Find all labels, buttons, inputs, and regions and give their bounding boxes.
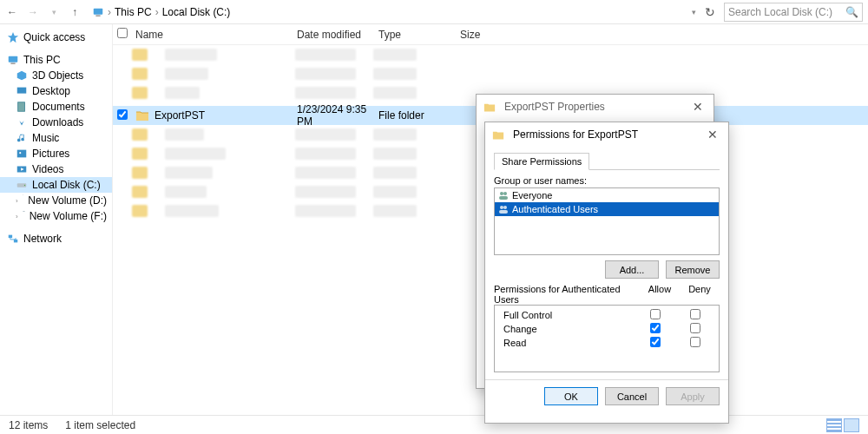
sidebar-item-quickaccess[interactable]: Quick access <box>0 30 112 45</box>
allow-full-checkbox[interactable] <box>650 309 661 319</box>
perm-name: Change <box>498 324 635 334</box>
sidebar-item-label: Quick access <box>23 31 85 43</box>
dialog-titlebar[interactable]: ExportPST Properties ✕ <box>477 95 713 119</box>
deny-change-checkbox[interactable] <box>690 323 700 333</box>
chevron-right-icon: › <box>16 213 18 220</box>
permissions-dialog: Permissions for ExportPST ✕ Share Permis… <box>484 122 729 424</box>
folder-icon <box>135 109 149 122</box>
sidebar-item-localc[interactable]: Local Disk (C:) <box>0 177 112 193</box>
list-item[interactable] <box>132 49 868 64</box>
dropdown-icon[interactable]: ▾ <box>692 8 696 16</box>
listbox-item-label: Authenticated Users <box>512 204 598 214</box>
ok-button[interactable]: OK <box>544 387 598 405</box>
add-button[interactable]: Add... <box>605 260 659 279</box>
sidebar-item-pictures[interactable]: Pictures <box>0 146 112 161</box>
svg-rect-3 <box>9 56 18 62</box>
select-all-checkbox[interactable] <box>117 28 128 38</box>
refresh-button[interactable]: ↻ <box>705 5 715 19</box>
desktop-icon <box>16 85 28 97</box>
sidebar-item-label: New Volume (F:) <box>30 210 107 222</box>
pictures-icon <box>16 148 28 160</box>
view-details-button[interactable] <box>826 418 842 432</box>
remove-button[interactable]: Remove <box>666 260 720 279</box>
sidebar-item-volf[interactable]: ›New Volume (F:) <box>0 208 112 224</box>
cube-icon <box>16 69 28 82</box>
dialog-titlebar[interactable]: Permissions for ExportPST ✕ <box>485 122 728 147</box>
svg-point-19 <box>503 192 507 195</box>
view-large-button[interactable] <box>844 418 859 432</box>
breadcrumb-thispc[interactable]: This PC <box>115 6 152 18</box>
drive-icon <box>23 194 24 207</box>
search-input[interactable]: Search Local Disk (C:) 🔍 <box>724 3 863 22</box>
permissions-for-label: Permissions for Authenticated Users <box>494 284 640 305</box>
svg-rect-14 <box>23 195 23 196</box>
perm-name: Full Control <box>498 310 635 320</box>
deny-read-checkbox[interactable] <box>690 337 700 347</box>
sidebar-item-thispc[interactable]: This PC <box>0 52 112 68</box>
breadcrumb-localc[interactable]: Local Disk (C:) <box>162 6 231 18</box>
back-button[interactable]: ← <box>5 5 19 19</box>
column-headers[interactable]: Name Date modified Type Size <box>113 24 868 45</box>
svg-rect-16 <box>9 235 12 239</box>
list-item[interactable] <box>132 68 868 83</box>
tabstrip: Share Permissions <box>494 152 720 170</box>
user-listbox[interactable]: Everyone Authenticated Users <box>494 187 720 255</box>
videos-icon <box>16 163 28 175</box>
sidebar-item-music[interactable]: Music <box>0 130 112 146</box>
column-type[interactable]: Type <box>378 29 460 41</box>
row-checkbox[interactable] <box>117 109 128 120</box>
folder-icon <box>492 129 504 140</box>
cancel-button[interactable]: Cancel <box>605 387 659 405</box>
users-icon <box>498 204 509 214</box>
apply-button[interactable]: Apply <box>666 387 720 405</box>
sidebar-item-label: This PC <box>23 54 61 66</box>
allow-read-checkbox[interactable] <box>650 337 661 347</box>
sidebar-item-desktop[interactable]: Desktop <box>0 83 112 99</box>
breadcrumb[interactable]: › This PC › Local Disk (C:) <box>89 6 685 18</box>
column-name[interactable]: Name <box>132 29 297 41</box>
recent-dropdown[interactable]: ▾ <box>47 5 61 19</box>
status-bar: 12 items 1 item selected <box>0 415 868 434</box>
svg-point-22 <box>503 206 507 209</box>
search-placeholder: Search Local Disk (C:) <box>728 6 845 18</box>
svg-point-13 <box>24 185 25 186</box>
status-selected: 1 item selected <box>65 419 135 431</box>
deny-header: Deny <box>680 284 720 305</box>
column-date[interactable]: Date modified <box>297 29 378 41</box>
column-size[interactable]: Size <box>460 29 512 41</box>
allow-change-checkbox[interactable] <box>650 323 661 333</box>
sidebar-item-label: Downloads <box>32 116 83 128</box>
deny-full-checkbox[interactable] <box>690 309 700 319</box>
row-type: File folder <box>378 109 460 122</box>
star-icon <box>7 31 19 43</box>
sidebar-item-3dobjects[interactable]: 3D Objects <box>0 68 112 83</box>
sidebar-item-documents[interactable]: Documents <box>0 99 112 115</box>
forward-button[interactable]: → <box>26 5 40 19</box>
sidebar-item-vold[interactable]: ›New Volume (D:) <box>0 193 112 208</box>
sidebar-item-downloads[interactable]: Downloads <box>0 115 112 130</box>
chevron-right-icon: › <box>108 6 111 18</box>
svg-rect-8 <box>17 150 27 158</box>
perm-row-read: Read <box>495 336 719 350</box>
listbox-item-authenticated[interactable]: Authenticated Users <box>495 202 719 216</box>
network-icon <box>7 233 19 245</box>
search-icon: 🔍 <box>845 6 858 18</box>
close-button[interactable]: ✕ <box>704 128 721 141</box>
up-button[interactable]: ↑ <box>68 5 82 19</box>
tab-share-permissions[interactable]: Share Permissions <box>494 153 589 170</box>
sidebar-item-network[interactable]: Network <box>0 231 112 247</box>
sidebar-item-videos[interactable]: Videos <box>0 161 112 177</box>
svg-point-9 <box>19 152 21 154</box>
documents-icon <box>16 101 28 113</box>
chevron-right-icon: › <box>16 197 18 205</box>
svg-rect-0 <box>94 8 103 14</box>
group-label: Group or user names: <box>494 175 720 186</box>
sidebar-item-label: Network <box>23 233 62 245</box>
close-button[interactable]: ✕ <box>689 100 707 114</box>
perm-name: Read <box>498 338 635 348</box>
sidebar-item-label: New Volume (D:) <box>28 194 107 207</box>
svg-rect-20 <box>499 196 508 200</box>
svg-rect-23 <box>499 210 508 214</box>
dialog-title: ExportPST Properties <box>504 101 605 113</box>
listbox-item-everyone[interactable]: Everyone <box>495 188 719 202</box>
